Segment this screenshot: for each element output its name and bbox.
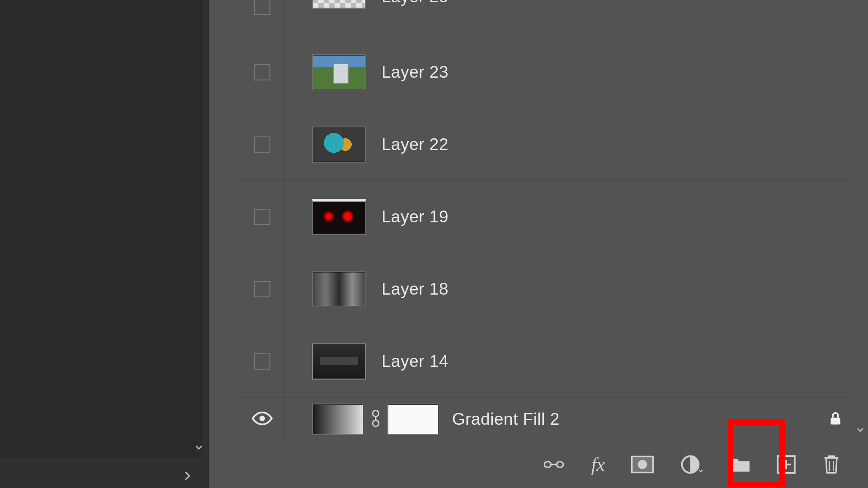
layer-thumbnail[interactable] [312,127,366,163]
visibility-toggle[interactable] [254,64,270,80]
fill-thumbnail[interactable] [312,404,364,435]
left-side-panel [0,0,209,488]
layer-name-label[interactable]: Layer 14 [382,352,448,371]
layer-row[interactable]: Layer 19 [240,181,852,253]
layer-thumbnail[interactable]: DP A IN [312,343,366,380]
layer-row-fill[interactable]: Gradient Fill 2 [240,398,852,441]
collapse-chevron-icon[interactable] [193,441,205,455]
lock-icon[interactable] [827,410,844,428]
visibility-toggle[interactable] [254,0,270,15]
layer-name-label[interactable]: Layer 25 [382,0,448,6]
svg-rect-4 [831,418,840,425]
chevron-down-icon[interactable] [854,424,866,437]
layer-name-label[interactable]: Layer 22 [382,135,448,154]
layer-thumbnail[interactable] [312,54,366,90]
layers-bottom-toolbar: fx [240,441,868,488]
svg-point-2 [373,420,378,426]
mask-link-icon[interactable] [369,408,382,430]
canvas-area [0,0,203,458]
layer-name-label[interactable]: Layer 23 [382,63,448,82]
layer-thumbnail[interactable] [312,0,366,9]
layers-panel: Layer 25 Layer 23 Layer 22 Layer 19 Laye… [209,0,868,488]
layer-row[interactable]: DP A IN Layer 14 [240,325,852,398]
mask-thumbnail[interactable] [387,404,439,435]
layer-row[interactable]: Layer 25 [240,0,852,36]
adjustment-layer-icon[interactable] [680,454,703,475]
svg-point-7 [638,460,647,469]
visibility-column [240,0,285,36]
layer-style-fx-icon[interactable]: fx [591,454,605,475]
svg-point-0 [259,416,264,421]
expand-chevron-icon[interactable] [181,469,194,484]
eye-icon[interactable] [252,408,273,431]
new-layer-icon[interactable] [777,455,796,474]
visibility-toggle[interactable] [254,209,270,225]
layer-thumbnail[interactable] [312,199,366,235]
layer-thumbnail[interactable] [312,271,366,307]
visibility-toggle[interactable] [254,281,270,297]
layer-name-label[interactable]: Layer 19 [382,207,448,226]
visibility-toggle[interactable] [254,136,270,153]
visibility-column [240,398,285,441]
layer-row[interactable]: Layer 18 [240,253,852,325]
layer-name-label[interactable]: Layer 18 [382,280,448,299]
layer-row[interactable]: Layer 23 [240,36,852,108]
indent [285,0,312,36]
layer-name-label[interactable]: Gradient Fill 2 [452,410,560,429]
svg-point-1 [373,410,378,416]
add-mask-icon[interactable] [631,455,654,474]
visibility-toggle[interactable] [254,353,270,370]
link-layers-icon[interactable] [542,455,565,474]
layer-row[interactable]: Layer 22 [240,108,852,181]
delete-layer-icon[interactable] [822,454,841,475]
new-group-icon[interactable] [730,455,750,474]
layer-list: Layer 25 Layer 23 Layer 22 Layer 19 Laye… [240,0,852,441]
